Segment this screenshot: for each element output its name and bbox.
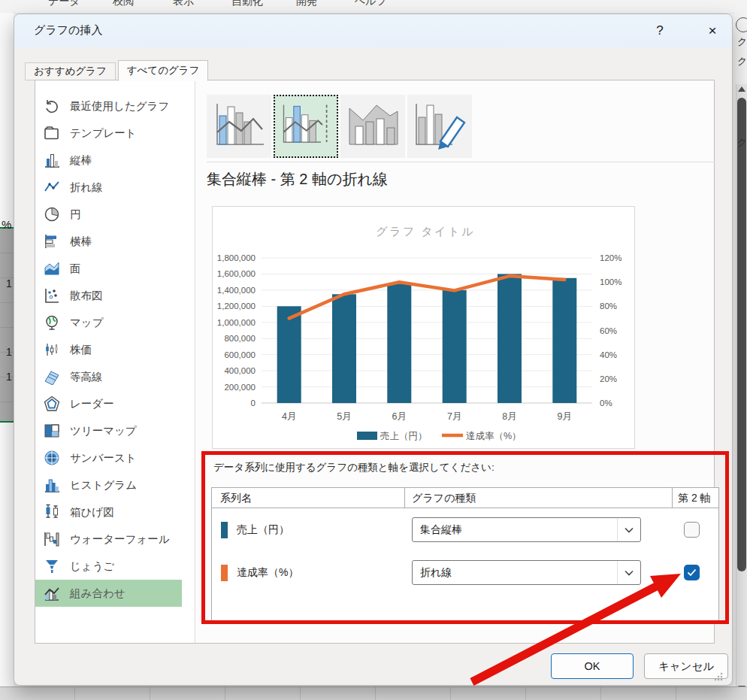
chart-preview-card: グラフ タイトル1,800,0001,600,0001,400,0001,200… bbox=[212, 206, 635, 449]
custom-combination-pencil-icon bbox=[407, 95, 472, 158]
sidebar-item-label: マップ bbox=[70, 316, 104, 330]
sidebar-item-histogram[interactable]: ヒストグラム bbox=[35, 471, 182, 498]
sidebar-item-scatter[interactable]: 散布図 bbox=[35, 282, 182, 309]
row-number-fragment: 1 bbox=[6, 371, 12, 383]
selection-border-bottom bbox=[0, 421, 14, 423]
chart-type-value: 集合縦棒 bbox=[420, 523, 462, 537]
svg-text:120%: 120% bbox=[600, 253, 621, 262]
col-series-name: 系列名 bbox=[220, 492, 252, 505]
excel-sheet-bottom-strip bbox=[0, 686, 747, 700]
pie-chart-icon bbox=[44, 206, 60, 223]
chevron-down-icon[interactable] bbox=[617, 561, 640, 584]
svg-text:40%: 40% bbox=[600, 350, 617, 359]
svg-text:1,400,000: 1,400,000 bbox=[217, 286, 256, 295]
column-chart-icon bbox=[44, 152, 60, 168]
help-button[interactable]: ? bbox=[647, 20, 673, 41]
svg-text:400,000: 400,000 bbox=[224, 366, 256, 375]
sidebar-item-label: 箱ひげ図 bbox=[70, 505, 114, 520]
close-button[interactable]: × bbox=[700, 20, 725, 41]
scatter-chart-icon bbox=[44, 287, 60, 304]
row-number-fragment: 1 bbox=[6, 346, 12, 358]
scrollbar-thumb[interactable] bbox=[737, 98, 746, 571]
sidebar-item-radar[interactable]: レーダー bbox=[35, 390, 182, 417]
sidebar-item-column[interactable]: 縦棒 bbox=[35, 147, 182, 174]
sidebar-item-stock[interactable]: 株価 bbox=[35, 336, 182, 363]
subtype-thumb-stacked-area-clustered-column[interactable] bbox=[340, 95, 405, 158]
tab-recommended-charts[interactable]: おすすめグラフ bbox=[25, 62, 116, 80]
tab-all-charts[interactable]: すべてのグラフ bbox=[118, 60, 209, 81]
svg-text:800,000: 800,000 bbox=[224, 334, 256, 343]
sidebar-item-map[interactable]: マップ bbox=[35, 309, 182, 336]
series-table-header: 系列名 グラフの種類 第 2 軸 bbox=[212, 488, 718, 508]
ribbon-tab-fragment: 自動化 bbox=[231, 0, 263, 8]
ribbon-label-fragment: ク bbox=[737, 35, 747, 49]
series-row-2: 達成率（%）折れ線 bbox=[212, 558, 718, 588]
sidebar-item-label: レーダー bbox=[70, 397, 114, 411]
clustered-column-line-secondary-axis-icon bbox=[275, 96, 337, 156]
chart-type-dropdown[interactable]: 折れ線 bbox=[412, 560, 641, 585]
treemap-chart-icon bbox=[44, 423, 60, 439]
ribbon-tab-fragment: ヘルプ bbox=[355, 0, 387, 8]
ribbon-label-fragment: ク bbox=[737, 136, 747, 150]
svg-text:200,000: 200,000 bbox=[224, 383, 256, 392]
percent-cell-fragment: % bbox=[2, 218, 11, 231]
chart-type-list: 最近使用したグラフテンプレート縦棒折れ線円横棒面散布図マップ株価等高線レーダーツ… bbox=[35, 80, 195, 643]
sidebar-item-label: 組み合わせ bbox=[70, 586, 126, 601]
sidebar-item-treemap[interactable]: ツリーマップ bbox=[35, 417, 182, 444]
ok-button[interactable]: OK bbox=[551, 653, 634, 679]
sidebar-item-waterfall[interactable]: ウォーターフォール bbox=[35, 526, 182, 553]
sidebar-item-sunburst[interactable]: サンバースト bbox=[35, 444, 182, 471]
sidebar-item-label: ツリーマップ bbox=[70, 424, 137, 438]
secondary-axis-checkbox[interactable] bbox=[684, 522, 700, 538]
dialog-titlebar: グラフの挿入 ? × bbox=[14, 14, 732, 47]
selected-cells-fragment bbox=[0, 229, 14, 421]
secondary-axis-checkbox[interactable] bbox=[684, 565, 700, 580]
subtype-thumb-custom-combination[interactable] bbox=[407, 95, 472, 158]
sidebar-item-line[interactable]: 折れ線 bbox=[35, 174, 182, 201]
chart-type-dropdown[interactable]: 集合縦棒 bbox=[412, 517, 641, 542]
sidebar-item-recent[interactable]: 最近使用したグラフ bbox=[35, 92, 182, 120]
svg-text:1,600,000: 1,600,000 bbox=[217, 269, 256, 278]
sidebar-item-template[interactable]: テンプレート bbox=[35, 120, 182, 147]
waterfall-chart-icon bbox=[44, 531, 60, 547]
svg-text:売上（円）: 売上（円） bbox=[380, 431, 428, 441]
sidebar-item-area[interactable]: 面 bbox=[35, 255, 182, 282]
subtype-thumb-clustered-column-line[interactable] bbox=[207, 95, 271, 158]
row-number-fragment: 1 bbox=[6, 277, 12, 289]
radar-chart-icon bbox=[44, 395, 60, 412]
sidebar-item-label: ウォーターフォール bbox=[70, 532, 170, 547]
series-color-swatch bbox=[221, 565, 228, 581]
sidebar-item-label: 面 bbox=[70, 262, 81, 276]
thumbnail-separator bbox=[207, 162, 715, 162]
sidebar-item-label: じょうご bbox=[70, 559, 114, 574]
sidebar-item-label: 折れ線 bbox=[70, 180, 103, 195]
ribbon-tab-fragment: 校閲 bbox=[113, 0, 134, 8]
sidebar-item-label: 等高線 bbox=[70, 370, 103, 384]
sidebar-item-surface[interactable]: 等高線 bbox=[35, 363, 182, 390]
excel-vertical-scrollbar[interactable] bbox=[736, 84, 747, 700]
subtype-thumb-clustered-column-line-secondary-axis[interactable] bbox=[274, 95, 338, 158]
svg-text:4月: 4月 bbox=[282, 411, 296, 422]
svg-text:達成率（%）: 達成率（%） bbox=[466, 431, 522, 441]
sidebar-item-bar[interactable]: 横棒 bbox=[35, 228, 182, 255]
sidebar-item-funnel[interactable]: じょうご bbox=[35, 553, 182, 580]
svg-text:1,200,000: 1,200,000 bbox=[217, 302, 256, 311]
clustered-column-line-icon bbox=[207, 95, 271, 158]
chevron-down-icon[interactable] bbox=[617, 518, 640, 541]
sidebar-item-combo[interactable]: 組み合わせ bbox=[35, 580, 182, 607]
insert-chart-dialog: グラフの挿入 ? × おすすめグラフ すべてのグラフ 最近使用したグラフテンプレ… bbox=[14, 14, 733, 686]
svg-text:8月: 8月 bbox=[502, 411, 516, 422]
resize-grip[interactable] bbox=[714, 672, 723, 681]
series-name: 達成率（%） bbox=[237, 566, 298, 580]
scrollbar-up-arrow-icon[interactable] bbox=[738, 86, 745, 92]
sidebar-item-pie[interactable]: 円 bbox=[35, 201, 182, 228]
ribbon-tab-fragment: 表示 bbox=[173, 0, 194, 8]
sidebar-item-label: 最近使用したグラフ bbox=[70, 99, 169, 114]
recent-chart-icon bbox=[44, 98, 60, 114]
header-separator bbox=[404, 488, 405, 508]
dialog-title: グラフの挿入 bbox=[34, 23, 102, 38]
sidebar-item-label: 縦棒 bbox=[70, 153, 92, 168]
sidebar-item-boxwhisker[interactable]: 箱ひげ図 bbox=[35, 498, 182, 526]
dialog-tabs: おすすめグラフ すべてのグラフ bbox=[25, 60, 208, 81]
svg-text:0%: 0% bbox=[600, 398, 612, 408]
